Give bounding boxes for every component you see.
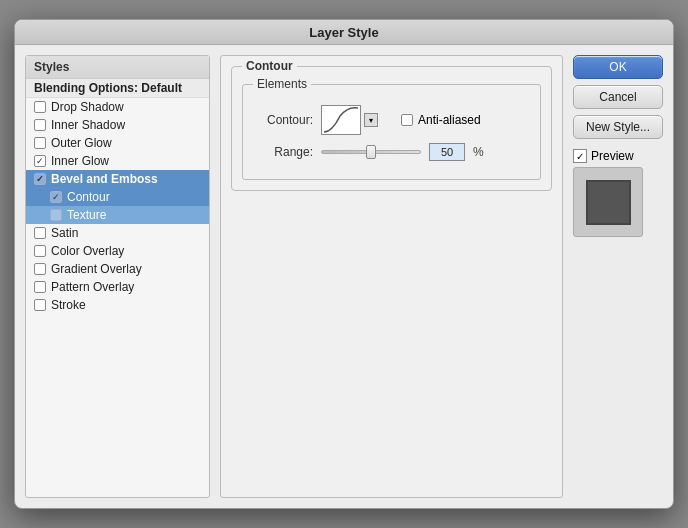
elements-group: Elements Contour: ▾: [242, 84, 541, 180]
anti-aliased-checkbox[interactable]: [401, 114, 413, 126]
outer-glow-checkbox[interactable]: [34, 137, 46, 149]
sidebar-item-outer-glow[interactable]: Outer Glow: [26, 134, 209, 152]
inner-shadow-checkbox[interactable]: [34, 119, 46, 131]
sidebar-item-stroke[interactable]: Stroke: [26, 296, 209, 314]
range-slider-thumb[interactable]: [366, 145, 376, 159]
texture-checkbox[interactable]: [50, 209, 62, 221]
range-slider[interactable]: [321, 150, 421, 154]
sidebar-item-inner-glow[interactable]: Inner Glow: [26, 152, 209, 170]
main-content-panel: Contour Elements Contour:: [220, 55, 563, 498]
left-panel: Styles Blending Options: Default Drop Sh…: [25, 55, 210, 498]
outer-glow-label: Outer Glow: [51, 136, 112, 150]
blending-options-label: Blending Options: Default: [34, 81, 182, 95]
gradient-overlay-checkbox[interactable]: [34, 263, 46, 275]
contour-field-label: Contour:: [253, 113, 313, 127]
gradient-overlay-label: Gradient Overlay: [51, 262, 142, 276]
anti-aliased-row: Anti-aliased: [401, 113, 481, 127]
sidebar-item-drop-shadow[interactable]: Drop Shadow: [26, 98, 209, 116]
preview-thumbnail: [573, 167, 643, 237]
bevel-emboss-checkbox[interactable]: [34, 173, 46, 185]
range-row: Range: 50 %: [253, 143, 530, 161]
sidebar-item-inner-shadow[interactable]: Inner Shadow: [26, 116, 209, 134]
styles-header: Styles: [26, 56, 209, 79]
right-buttons-panel: OK Cancel New Style... ✓ Preview: [573, 55, 663, 498]
preview-label: Preview: [591, 149, 634, 163]
contour-picker-group: ▾: [321, 105, 378, 135]
sidebar-item-contour[interactable]: Contour: [26, 188, 209, 206]
preview-section: ✓ Preview: [573, 149, 663, 237]
inner-glow-label: Inner Glow: [51, 154, 109, 168]
stroke-label: Stroke: [51, 298, 86, 312]
drop-shadow-checkbox[interactable]: [34, 101, 46, 113]
contour-checkbox[interactable]: [50, 191, 62, 203]
range-percent-label: %: [473, 145, 484, 159]
sidebar-item-color-overlay[interactable]: Color Overlay: [26, 242, 209, 260]
pattern-overlay-checkbox[interactable]: [34, 281, 46, 293]
new-style-button[interactable]: New Style...: [573, 115, 663, 139]
elements-group-title: Elements: [253, 77, 311, 91]
contour-preview-button[interactable]: [321, 105, 361, 135]
satin-checkbox[interactable]: [34, 227, 46, 239]
svg-rect-0: [322, 106, 360, 134]
contour-dropdown-arrow[interactable]: ▾: [364, 113, 378, 127]
contour-group-title: Contour: [242, 59, 297, 73]
preview-inner-square: [586, 180, 631, 225]
color-overlay-label: Color Overlay: [51, 244, 124, 258]
color-overlay-checkbox[interactable]: [34, 245, 46, 257]
satin-label: Satin: [51, 226, 78, 240]
range-label: Range:: [253, 145, 313, 159]
preview-checkbox[interactable]: ✓: [573, 149, 587, 163]
contour-label: Contour: [67, 190, 110, 204]
range-value-input[interactable]: 50: [429, 143, 465, 161]
contour-row: Contour: ▾ Anti-: [253, 105, 530, 135]
blending-options-item[interactable]: Blending Options: Default: [26, 79, 209, 98]
sidebar-item-bevel-emboss[interactable]: Bevel and Emboss: [26, 170, 209, 188]
pattern-overlay-label: Pattern Overlay: [51, 280, 134, 294]
sidebar-item-texture[interactable]: Texture: [26, 206, 209, 224]
stroke-checkbox[interactable]: [34, 299, 46, 311]
inner-glow-checkbox[interactable]: [34, 155, 46, 167]
inner-shadow-label: Inner Shadow: [51, 118, 125, 132]
bevel-emboss-label: Bevel and Emboss: [51, 172, 158, 186]
sidebar-item-gradient-overlay[interactable]: Gradient Overlay: [26, 260, 209, 278]
sidebar-item-pattern-overlay[interactable]: Pattern Overlay: [26, 278, 209, 296]
texture-label: Texture: [67, 208, 106, 222]
cancel-button[interactable]: Cancel: [573, 85, 663, 109]
preview-label-row: ✓ Preview: [573, 149, 663, 163]
drop-shadow-label: Drop Shadow: [51, 100, 124, 114]
anti-aliased-label: Anti-aliased: [418, 113, 481, 127]
sidebar-item-satin[interactable]: Satin: [26, 224, 209, 242]
contour-group: Contour Elements Contour:: [231, 66, 552, 191]
layer-style-dialog: Layer Style Styles Blending Options: Def…: [14, 19, 674, 509]
ok-button[interactable]: OK: [573, 55, 663, 79]
dialog-title: Layer Style: [15, 20, 673, 45]
